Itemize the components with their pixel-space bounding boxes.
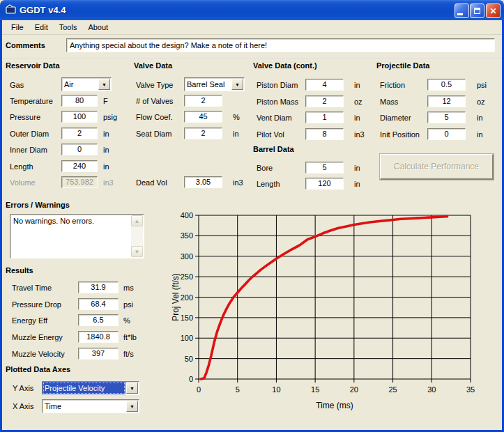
menu-about[interactable]: About [82,22,114,33]
valve-type-value: Barrel Seal [185,78,231,91]
pressure-field[interactable]: 100 [61,111,98,123]
minimize-button[interactable] [455,3,469,18]
init-position-unit: in [477,130,483,139]
svg-text:200: 200 [181,293,193,302]
pressure-label: Pressure [10,113,40,121]
bore-field[interactable]: 5 [305,162,344,173]
chevron-down-icon[interactable]: ▼ [126,383,138,394]
chevron-down-icon[interactable]: ▼ [98,79,110,90]
y-axis-combo[interactable]: Projectile Velocity ▼ [42,381,139,395]
svg-text:250: 250 [181,272,193,281]
dead-vol-field[interactable]: 3.05 [184,176,222,188]
pilot-vol-field[interactable]: 8 [305,128,344,140]
num-valves-label: # of Valves [136,97,174,105]
friction-field[interactable]: 0.5 [427,79,466,91]
errors-header: Errors / Warnings [6,201,70,209]
valve-type-combo[interactable]: Barrel Seal ▼ [184,77,245,91]
pressure-drop-label: Pressure Drop [12,300,61,309]
svg-text:25: 25 [388,385,397,394]
section-divider [2,58,502,59]
res-length-unit: in [103,162,109,171]
menu-bar: File Edit Tools About [2,20,502,35]
title-bar[interactable]: GGDT v4.4 ✕ [0,0,504,20]
muzzle-velocity-unit: ft/s [123,350,134,358]
projectile-header: Projectile Data [376,61,429,70]
chevron-down-icon[interactable]: ▼ [126,401,138,412]
mass-unit: oz [477,98,485,106]
window-border-left [0,20,2,432]
init-position-label: Init Position [380,130,420,139]
diameter-label: Diameter [380,114,411,122]
valve-header: Valve Data [134,61,172,70]
close-button[interactable]: ✕ [486,3,501,18]
travel-time-unit: ms [123,284,134,292]
chevron-down-icon[interactable]: ▼ [231,79,243,90]
close-icon: ✕ [489,6,496,16]
diameter-field[interactable]: 5 [427,111,466,123]
valve-cont-header: Valve Data (cont.) [253,61,317,70]
piston-mass-field[interactable]: 2 [305,95,344,107]
gas-value: Air [62,78,98,91]
mass-label: Mass [380,98,398,106]
volume-field: 753.982 [61,176,98,188]
menu-tools[interactable]: Tools [54,22,83,33]
barrel-length-field[interactable]: 120 [305,178,344,190]
friction-label: Friction [380,81,405,89]
num-valves-field[interactable]: 2 [184,95,222,107]
svg-text:10: 10 [272,385,280,394]
piston-diam-label: Piston Diam [257,81,298,89]
friction-unit: psi [477,81,487,89]
diameter-unit: in [477,114,483,122]
muzzle-velocity-field: 397 [78,348,119,360]
svg-text:400: 400 [181,211,193,219]
travel-time-label: Travel Time [12,284,52,292]
seat-diam-label: Seat Diam [136,130,171,138]
inner-diam-field[interactable]: 0 [61,144,98,155]
gas-combo[interactable]: Air ▼ [61,77,112,91]
flow-coef-field[interactable]: 45 [184,111,222,123]
energy-eff-label: Energy Eff [12,316,47,325]
travel-time-field: 31.9 [78,281,119,293]
menu-edit[interactable]: Edit [29,22,54,33]
errors-scrollbar[interactable]: ▲ ▼ [131,215,143,257]
menu-file[interactable]: File [6,22,29,33]
scroll-up-icon[interactable]: ▲ [131,215,143,226]
bore-unit: in [354,164,360,172]
inner-diam-label: Inner Diam [10,146,47,154]
errors-box[interactable]: No warnings. No errors. ▲ ▼ [10,214,144,259]
outer-diam-field[interactable]: 2 [61,128,98,139]
plotted-axes-header: Plotted Data Axes [6,365,70,373]
muzzle-energy-unit: ft*lb [123,333,137,341]
comments-input[interactable]: Anything special about the design? Make … [66,38,495,52]
minimize-icon [457,13,463,15]
scroll-down-icon[interactable]: ▼ [131,246,143,257]
seat-diam-field[interactable]: 2 [184,128,222,139]
barrel-length-label: Length [257,180,280,188]
comments-label: Comments [6,41,45,49]
temperature-unit: F [103,97,108,105]
res-length-field[interactable]: 240 [61,160,98,172]
x-axis-combo[interactable]: Time ▼ [42,399,139,413]
svg-text:5: 5 [236,385,240,394]
svg-text:Proj Vel (ft/s): Proj Vel (ft/s) [171,273,181,321]
muzzle-energy-field: 1840.8 [78,331,119,343]
mass-field[interactable]: 12 [427,95,466,107]
res-length-label: Length [10,162,33,171]
x-axis-value: Time [43,400,125,412]
svg-text:0: 0 [197,385,201,394]
errors-text: No warnings. No errors. [13,217,130,225]
vent-diam-field[interactable]: 1 [305,111,344,123]
calculate-performance-button[interactable]: Calculate Performance [380,154,494,180]
app-icon [6,4,17,15]
svg-text:50: 50 [185,355,193,363]
init-position-field[interactable]: 0 [427,128,466,140]
temperature-field[interactable]: 80 [61,95,98,107]
bore-label: Bore [257,164,273,172]
pilot-vol-unit: in3 [354,130,365,139]
dead-vol-unit: in3 [233,178,243,187]
svg-text:100: 100 [181,334,193,342]
x-axis-label: X Axis [13,402,34,410]
gas-label: Gas [10,81,24,89]
maximize-button[interactable] [470,3,484,18]
piston-diam-field[interactable]: 4 [305,79,344,91]
